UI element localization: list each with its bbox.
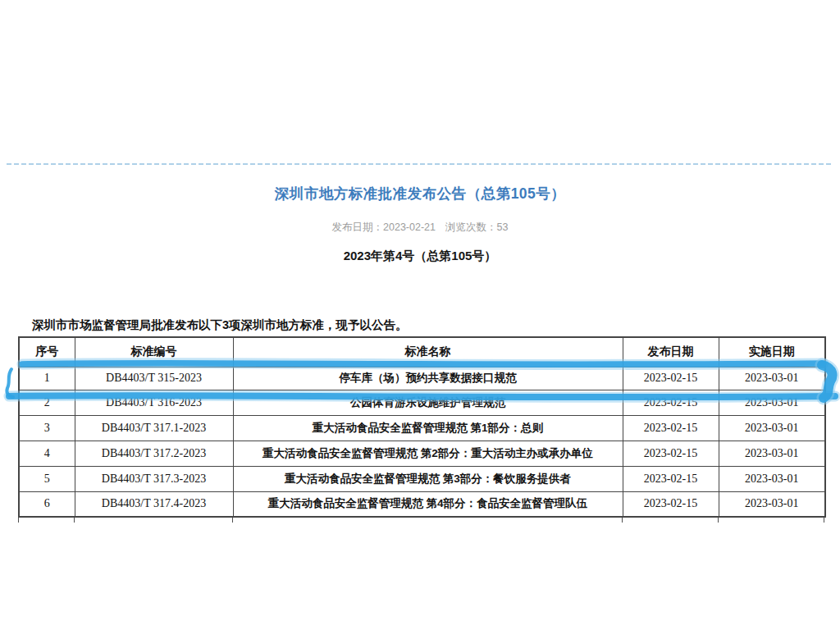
implementation-date-cell: 2023-03-01 (719, 466, 825, 491)
standard-code-cell: DB4403/T 317.1-2023 (75, 415, 233, 441)
marker-highlight-annotation (0, 0, 840, 630)
table-row: 5DB4403/T 317.3-2023重大活动食品安全监督管理规范 第3部分：… (19, 466, 825, 491)
standard-code-cell: DB4403/T 315-2023 (75, 367, 233, 390)
table-border-stub (74, 518, 75, 523)
implementation-date-cell: 2023-03-01 (719, 390, 825, 415)
table-header-row: 序号 标准编号 标准名称 发布日期 实施日期 (19, 337, 825, 367)
meta-line: 发布日期：2023-02-21浏览次数：53 (0, 221, 840, 235)
table-border-stub (18, 518, 19, 523)
standard-name-cell: 重大活动食品安全监督管理规范 第4部分：食品安全监督管理队伍 (233, 491, 623, 517)
header-index: 序号 (19, 337, 75, 367)
announcement-page: 深圳市地方标准批准发布公告（总第105号） 发布日期：2023-02-21浏览次… (0, 0, 840, 630)
header-standard-name: 标准名称 (233, 337, 623, 367)
standard-name-cell: 重大活动食品安全监督管理规范 第2部分：重大活动主办或承办单位 (233, 441, 623, 466)
standard-code-cell: DB4403/T 317.4-2023 (75, 491, 233, 517)
page-title: 深圳市地方标准批准发布公告（总第105号） (0, 184, 840, 203)
row-index-cell: 4 (19, 441, 75, 466)
publish-date-label: 发布日期： (332, 221, 384, 233)
table-border-stub (232, 518, 233, 523)
implementation-date-cell: 2023-03-01 (719, 415, 825, 441)
row-index-cell: 6 (19, 491, 75, 517)
implementation-date-cell: 2023-03-01 (719, 491, 825, 517)
views-label: 浏览次数： (445, 221, 497, 233)
issue-number-line: 2023年第4号（总第105号） (0, 249, 840, 264)
publish-date-cell: 2023-02-15 (623, 466, 719, 491)
standard-code-cell: DB4403/T 317.3-2023 (75, 466, 233, 491)
table-row: 4DB4403/T 317.2-2023重大活动食品安全监督管理规范 第2部分：… (19, 441, 825, 466)
table-border-stub (622, 518, 623, 523)
standard-name-cell: 重大活动食品安全监督管理规范 第3部分：餐饮服务提供者 (233, 466, 623, 491)
table-row: 2DB4403/T 316-2023公园体育游乐设施维护管理规范2023-02-… (19, 390, 825, 415)
row-index-cell: 2 (19, 390, 75, 415)
views-value: 53 (497, 221, 509, 233)
table-body: 1DB4403/T 315-2023停车库（场）预约共享数据接口规范2023-0… (19, 367, 825, 517)
publish-date-cell: 2023-02-15 (623, 390, 719, 415)
publish-date-cell: 2023-02-15 (623, 441, 719, 466)
row-index-cell: 5 (19, 466, 75, 491)
row-index-cell: 1 (19, 367, 75, 390)
table-row: 3DB4403/T 317.1-2023重大活动食品安全监督管理规范 第1部分：… (19, 415, 825, 441)
table-border-stub (824, 518, 824, 523)
table-border-stub (718, 518, 719, 523)
intro-paragraph: 深圳市市场监督管理局批准发布以下3项深圳市地方标准，现予以公告。 (32, 317, 408, 333)
standard-code-cell: DB4403/T 317.2-2023 (75, 441, 233, 466)
header-publish-date: 发布日期 (623, 337, 719, 367)
standards-table: 序号 标准编号 标准名称 发布日期 实施日期 1DB4403/T 315-202… (18, 336, 826, 518)
publish-date-value: 2023-02-21 (383, 221, 436, 233)
publish-date-cell: 2023-02-15 (623, 415, 719, 441)
standard-name-cell: 停车库（场）预约共享数据接口规范 (233, 367, 623, 390)
row-index-cell: 3 (19, 415, 75, 441)
publish-date-cell: 2023-02-15 (623, 491, 719, 517)
implementation-date-cell: 2023-03-01 (719, 441, 825, 466)
table-row: 6DB4403/T 317.4-2023重大活动食品安全监督管理规范 第4部分：… (19, 491, 825, 517)
header-implementation-date: 实施日期 (719, 337, 825, 367)
standard-name-cell: 公园体育游乐设施维护管理规范 (233, 390, 623, 415)
standard-code-cell: DB4403/T 316-2023 (75, 390, 233, 415)
header-standard-code: 标准编号 (75, 337, 233, 367)
implementation-date-cell: 2023-03-01 (719, 367, 825, 390)
standard-name-cell: 重大活动食品安全监督管理规范 第1部分：总则 (233, 415, 623, 441)
publish-date-cell: 2023-02-15 (623, 367, 719, 390)
table-row: 1DB4403/T 315-2023停车库（场）预约共享数据接口规范2023-0… (19, 367, 825, 390)
section-divider-line (7, 163, 833, 165)
